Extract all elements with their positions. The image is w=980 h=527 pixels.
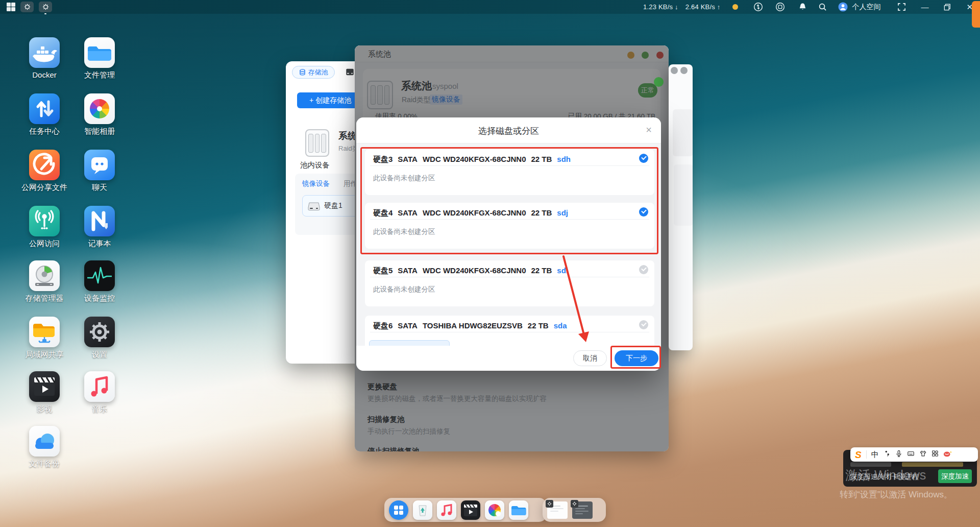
disk-tab-icon[interactable] (345, 67, 355, 79)
fullscreen-icon[interactable] (898, 3, 905, 11)
desktop-icon-device-monitor[interactable]: 设备监控 (75, 260, 124, 303)
obscured-text-fragment (850, 462, 891, 467)
minimized-window-thumbnail-dark[interactable] (572, 501, 593, 519)
up-down-arrows-icon (29, 93, 60, 124)
network-download-speed: 1.23 KB/s ↓ (643, 3, 678, 11)
desktop-icon-photos[interactable]: 智能相册 (75, 93, 124, 136)
checkbox-unselected-icon[interactable] (639, 265, 648, 274)
checkbox-selected-icon[interactable] (639, 154, 648, 163)
disk-desc: 此设备尚未创建分区 (373, 285, 435, 294)
disk-device: sda (554, 321, 567, 330)
dock-trash-icon[interactable] (413, 500, 432, 520)
desktop-icon-notes[interactable]: 记事本 (75, 206, 124, 249)
desktop-icon-docker[interactable]: Docker (20, 37, 69, 79)
microphone-icon[interactable] (895, 450, 902, 459)
card-fragment (674, 164, 693, 226)
chat-bubble-icon (84, 150, 115, 180)
music-note-icon (84, 371, 115, 402)
divider (866, 450, 867, 459)
disk-bus: SATA (398, 266, 418, 275)
search-icon[interactable] (818, 3, 827, 11)
skin-shirt-icon[interactable] (919, 450, 927, 459)
antenna-icon (29, 206, 60, 236)
icon-label: 文件管理 (75, 70, 124, 80)
disk-row-5[interactable]: 硬盘5SATAWDC WD240KFGX-68CJNN022 TBsdi 此设备… (365, 260, 654, 306)
icon-label: 设备监控 (75, 294, 124, 303)
dock-folder-icon[interactable] (509, 500, 528, 520)
notification-bell-icon[interactable] (798, 3, 807, 11)
gear-icon (546, 500, 553, 508)
restore-button[interactable] (944, 4, 951, 11)
minimize-button[interactable]: — (921, 3, 928, 11)
windows-watermark-line2: 转到“设置”以激活 Windows。 (840, 489, 952, 500)
tab-storage-pool[interactable]: 存储池 (292, 66, 335, 79)
checkbox-selected-icon[interactable] (639, 207, 648, 217)
desktop-icon-public-share[interactable]: 公网分享文件 (20, 150, 69, 193)
dock-photos-icon[interactable] (485, 500, 504, 520)
launcher-grid-icon[interactable] (7, 3, 15, 11)
desktop-icon-public-access[interactable]: 公网访问 (20, 206, 69, 249)
minimized-window-thumbnail-light[interactable] (547, 501, 568, 519)
modal-header: 选择磁盘或分区 × (356, 117, 661, 143)
disk-row-3[interactable]: 硬盘3SATAWDC WD240KFGX-68CJNN022 TBsdh 此设备… (365, 149, 654, 195)
toolbox-grid-icon[interactable] (932, 450, 939, 459)
desktop-icon-file-manager[interactable]: 文件管理 (75, 37, 124, 80)
emoji-promo-icon[interactable] (943, 450, 952, 460)
desktop-icon-settings[interactable]: 设置 (75, 317, 124, 360)
desktop-icon-storage-manager[interactable]: 存储管理器 (20, 260, 69, 303)
desktop-icon-music[interactable]: 音乐 (75, 371, 124, 414)
next-button[interactable]: 下一步 (615, 350, 658, 366)
icon-label: 设置 (75, 350, 124, 360)
icon-label: 公网访问 (20, 239, 69, 249)
dock-main (384, 498, 547, 522)
windows-watermark-line1: 激活 Windows (845, 467, 926, 484)
gear-icon (571, 500, 578, 508)
background-window-edge[interactable] (669, 64, 693, 350)
disk-name: 硬盘3 (373, 155, 393, 163)
desktop-icon-file-backup[interactable]: 文件备份 (20, 426, 69, 469)
pool-card-icon (305, 129, 329, 157)
desktop-icon-lan-share[interactable]: 局域网共享 (20, 317, 69, 360)
close-icon[interactable]: × (646, 124, 652, 136)
sogou-logo-icon[interactable]: S (855, 450, 862, 460)
icon-label: 聊天 (75, 183, 124, 193)
screen-record-icon[interactable] (775, 2, 785, 12)
cloud-icon (29, 426, 60, 457)
accelerate-button[interactable]: 深度加速 (938, 469, 972, 483)
create-pool-button[interactable]: + 创建存储池 (297, 92, 363, 108)
dock-music-icon[interactable] (437, 500, 456, 520)
divider (370, 219, 649, 220)
dock-video-icon[interactable] (461, 500, 480, 520)
disk-row-4[interactable]: 硬盘4SATAWDC WD240KFGX-68CJNN022 TBsdj 此设备… (365, 203, 654, 249)
mirror-device-link[interactable]: 镜像设备 (302, 179, 330, 188)
desktop-icon-task-center[interactable]: 任务中心 (20, 93, 69, 136)
hdd-icon (308, 201, 320, 211)
disk-title: 硬盘5SATAWDC WD240KFGX-68CJNN022 TBsdi (373, 266, 629, 276)
input-mode-toggle[interactable]: 中 (871, 450, 879, 460)
punctuation-icon[interactable] (884, 450, 891, 459)
dock-launcher-icon[interactable] (389, 500, 408, 520)
avatar[interactable] (838, 2, 848, 12)
pool-devices-section: 池内设备 (300, 160, 330, 170)
notes-n-icon (84, 206, 115, 236)
gear-icon (84, 317, 115, 347)
disk-device: sdi (557, 266, 568, 275)
desktop-icon-chat[interactable]: 聊天 (75, 150, 124, 193)
corner-notification-fragment (972, 1, 980, 28)
gear-icon (24, 4, 31, 10)
keyboard-icon[interactable] (907, 450, 915, 459)
status-dot-green (654, 77, 664, 87)
desktop-icon-video[interactable]: 影视 (20, 371, 69, 414)
checkbox-unselected-icon[interactable] (639, 320, 648, 329)
ecg-icon (84, 260, 115, 291)
running-app-icon-2[interactable] (39, 2, 52, 12)
cancel-button[interactable]: 取消 (573, 350, 607, 366)
transfer-circle-icon[interactable] (753, 2, 763, 12)
disk-device: sdh (557, 155, 571, 163)
select-disk-modal: 选择磁盘或分区 × 硬盘3SATAWDC WD240KFGX-68CJNN022… (356, 117, 661, 371)
running-app-icon-1[interactable] (20, 2, 34, 12)
user-space-label[interactable]: 个人空间 (852, 3, 880, 12)
status-dot-icon[interactable] (732, 4, 738, 10)
icon-label: 记事本 (75, 239, 124, 249)
icon-label: 智能相册 (75, 127, 124, 136)
